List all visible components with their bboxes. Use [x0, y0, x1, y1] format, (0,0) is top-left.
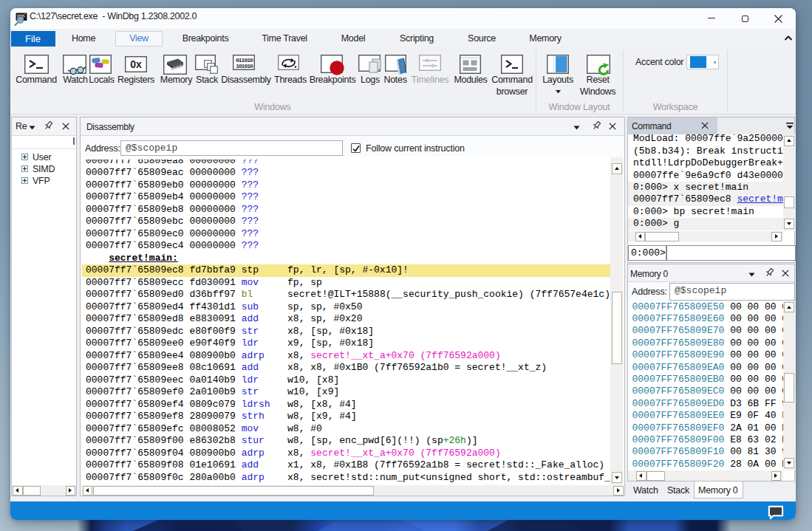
svg-text:0x: 0x	[130, 58, 142, 70]
svg-text:101010: 101010	[236, 63, 253, 69]
